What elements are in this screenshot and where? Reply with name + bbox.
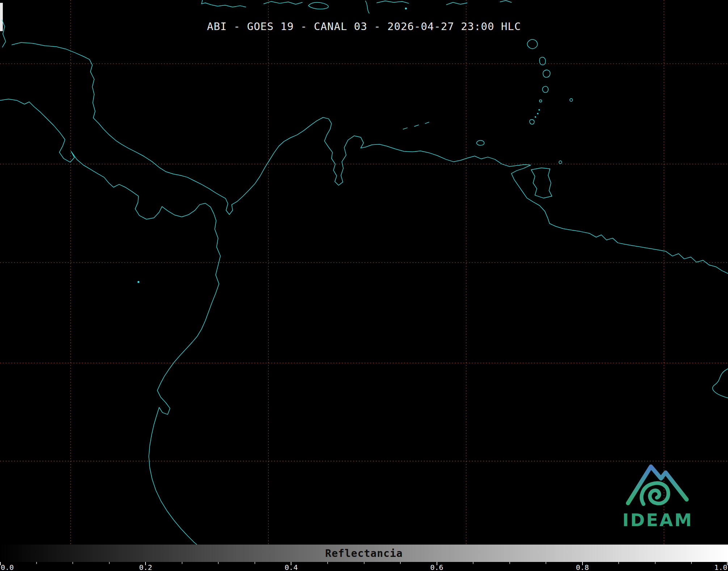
coastline-caribbean <box>12 42 728 273</box>
tick-label: 0.2 <box>139 564 152 571</box>
tick-label: 1.0 <box>714 564 727 571</box>
image-title: ABI - GOES 19 - CANAL 03 - 2026-04-27 23… <box>207 20 521 33</box>
ideam-logo: IDEAM <box>619 455 697 529</box>
colorbar-axis: 0.0 0.2 0.4 0.6 0.8 1.0 <box>0 562 728 571</box>
coastline-fragment <box>712 369 728 398</box>
island-outline <box>543 70 550 77</box>
tick-label: 0.0 <box>1 564 14 571</box>
coastline-fragment <box>446 3 467 5</box>
satellite-image-viewport: ABI - GOES 19 - CANAL 03 - 2026-04-27 23… <box>0 0 728 571</box>
coastline-fragment <box>365 1 369 13</box>
edge-artifact <box>0 3 3 31</box>
island-outline <box>425 122 429 123</box>
island-outline <box>415 125 419 126</box>
island-outline <box>539 100 542 102</box>
island-outline <box>476 140 484 146</box>
tick-label: 0.4 <box>285 564 298 571</box>
island-outline <box>308 2 328 9</box>
island-outline <box>531 168 552 198</box>
island-outline <box>527 39 537 49</box>
colorbar-label: Reflectancia <box>325 547 403 559</box>
coastline-fragment <box>377 1 409 4</box>
mountain-spiral-icon <box>623 455 692 511</box>
island-outline <box>559 161 562 164</box>
tick-label: 0.6 <box>430 564 443 571</box>
island-outline <box>539 57 546 65</box>
island-outline <box>530 119 534 124</box>
coastline-fragment <box>500 0 511 2</box>
tick-label: 0.8 <box>576 564 589 571</box>
island-outline <box>542 86 548 92</box>
coastline-fragment <box>202 0 246 7</box>
colorbar: Reflectancia <box>0 545 728 562</box>
tick-marks <box>0 562 728 565</box>
island-outline <box>570 98 573 101</box>
island-outline <box>403 128 407 129</box>
map-area: ABI - GOES 19 - CANAL 03 - 2026-04-27 23… <box>0 0 728 545</box>
coastline-pacific <box>0 99 220 545</box>
coastline-fragment <box>264 1 302 4</box>
ideam-wordmark: IDEAM <box>619 511 697 529</box>
